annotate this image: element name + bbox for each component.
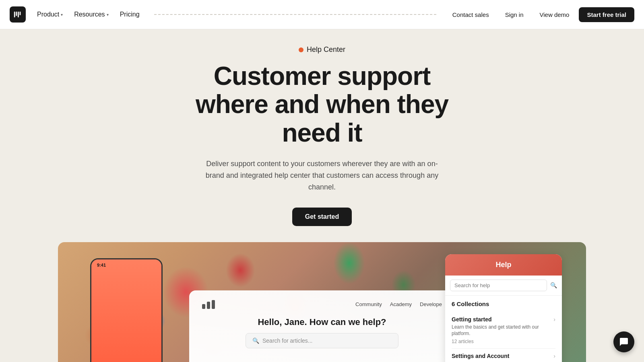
app-ui-overlay: Community Academy Develope Hello, Jane. … (189, 290, 455, 362)
start-free-trial-button[interactable]: Start free trial (579, 7, 634, 22)
preview-section: 9:41 Community Academy (0, 242, 644, 362)
badge-dot (299, 47, 303, 52)
collection-name: Settings and Account (452, 353, 509, 359)
help-panel: Help 🔍 6 Collections Getting started › L… (445, 254, 562, 362)
app-search-bar[interactable]: 🔍 Search for articles... (246, 333, 398, 348)
help-panel-header: Help (445, 254, 562, 276)
collection-desc: Learn the basics and get started with ou… (452, 324, 555, 337)
hero-subtitle: Deliver support content to your customer… (205, 158, 439, 193)
app-logo-mark (202, 300, 215, 309)
get-started-button[interactable]: Get started (292, 208, 352, 226)
nav-divider (154, 14, 436, 15)
svg-rect-3 (20, 12, 21, 15)
app-nav-academy[interactable]: Academy (390, 301, 412, 307)
app-nav-community[interactable]: Community (355, 301, 382, 307)
hero-section: Help Center Customer support where and w… (0, 0, 644, 242)
nav-item-product[interactable]: Product ▾ (32, 8, 68, 21)
collections-title: 6 Collections (452, 300, 555, 307)
mobile-content (91, 271, 161, 362)
app-nav-links: Community Academy Develope (355, 301, 442, 307)
mobile-status-bar: 9:41 (91, 259, 161, 271)
search-icon: 🔍 (252, 337, 259, 344)
collection-item-getting-started[interactable]: Getting started › Learn the basics and g… (452, 312, 555, 349)
app-nav: Community Academy Develope (202, 300, 442, 309)
chevron-down-icon: ▾ (107, 12, 109, 17)
svg-rect-2 (18, 12, 19, 18)
sign-in-link[interactable]: Sign in (499, 8, 530, 21)
chat-button[interactable] (613, 331, 634, 352)
collection-item-header: Settings and Account › (452, 353, 555, 359)
mobile-mockup: 9:41 (90, 258, 163, 362)
collection-item-settings[interactable]: Settings and Account › (452, 349, 555, 362)
search-icon: 🔍 (550, 282, 557, 288)
chevron-right-icon: › (553, 316, 555, 323)
help-body: 6 Collections Getting started › Learn th… (445, 296, 562, 362)
nav-item-resources[interactable]: Resources ▾ (69, 8, 113, 21)
contact-sales-link[interactable]: Contact sales (446, 8, 495, 21)
floral-background: 9:41 Community Academy (58, 242, 586, 362)
nav-left: Product ▾ Resources ▾ Pricing (32, 8, 144, 21)
hero-title: Customer support where and when they nee… (181, 62, 463, 147)
collection-name: Getting started (452, 316, 492, 323)
collection-count: 12 articles (452, 339, 555, 344)
app-greeting: Hello, Jane. How can we help? (258, 317, 386, 327)
chevron-down-icon: ▾ (61, 12, 63, 17)
search-placeholder: Search for articles... (262, 337, 313, 344)
chevron-right-icon: › (553, 353, 555, 359)
nav-item-pricing[interactable]: Pricing (115, 8, 144, 21)
svg-rect-0 (14, 12, 15, 18)
badge-text: Help Center (307, 45, 345, 54)
help-search-input[interactable] (450, 280, 547, 291)
mobile-time: 9:41 (97, 263, 106, 267)
nav-right: Contact sales Sign in View demo Start fr… (446, 7, 634, 22)
app-nav-developer[interactable]: Develope (420, 301, 442, 307)
mobile-screen: 9:41 (91, 259, 161, 362)
help-search[interactable]: 🔍 (445, 276, 562, 296)
navbar: Product ▾ Resources ▾ Pricing Contact sa… (0, 0, 644, 29)
collection-item-header: Getting started › (452, 316, 555, 323)
svg-rect-1 (16, 12, 17, 16)
preview-container: 9:41 Community Academy (58, 242, 586, 362)
view-demo-link[interactable]: View demo (533, 8, 576, 21)
hero-badge: Help Center (299, 45, 345, 54)
logo[interactable] (10, 6, 26, 23)
